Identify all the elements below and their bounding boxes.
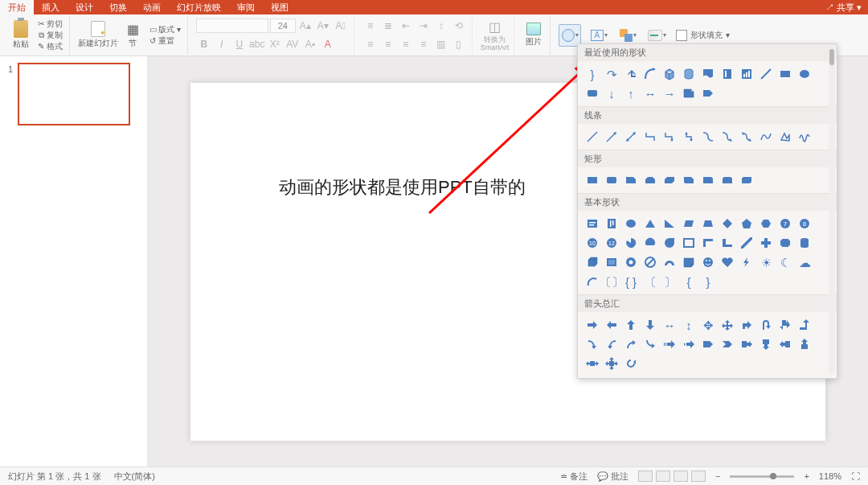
columns-button[interactable]: ▥ xyxy=(433,36,449,52)
shape-uturn-arrow[interactable]: ↷ xyxy=(602,64,621,84)
shape-round-single[interactable] xyxy=(698,171,718,190)
shape-block-up-arrow[interactable] xyxy=(621,315,641,335)
shape-quad-arrow-callout[interactable] xyxy=(602,354,621,373)
shape-left-bracket[interactable]: 〔 xyxy=(641,272,660,291)
superscript-button[interactable]: X² xyxy=(267,36,283,52)
shape-notched-right-arrow[interactable] xyxy=(679,335,698,354)
share-button[interactable]: ↗ 共享 ▾ xyxy=(825,2,862,14)
shape-up-arrow-callout[interactable] xyxy=(795,335,814,354)
shape-double-bracket[interactable]: 〔〕 xyxy=(602,272,621,291)
shape-diamond[interactable] xyxy=(718,214,737,233)
shape-double-brace[interactable]: { } xyxy=(621,272,641,291)
shape-curved-down-arrow[interactable] xyxy=(641,335,660,354)
reset-button[interactable]: ↺重置 xyxy=(147,35,182,47)
shape-block-right-arrow[interactable] xyxy=(583,315,602,335)
tab-home[interactable]: 开始 xyxy=(0,0,34,14)
char-spacing-button[interactable]: AV xyxy=(285,36,301,52)
notes-button[interactable]: ≐ 备注 xyxy=(560,471,588,483)
shape-curved-arrow-connector[interactable] xyxy=(718,127,737,146)
zoom-percent-label[interactable]: 118% xyxy=(819,471,841,481)
shape-right-arrow-callout[interactable] xyxy=(737,335,756,354)
shape-can[interactable] xyxy=(795,233,814,253)
shape-right-bracket[interactable]: 〕 xyxy=(660,272,679,291)
shape-block-arc[interactable] xyxy=(660,253,679,272)
shape-quad-arrow[interactable]: ✥ xyxy=(698,315,718,335)
zoom-out-button[interactable]: − xyxy=(715,471,720,481)
shape-striped-right-arrow[interactable] xyxy=(660,335,679,354)
shape-plus[interactable] xyxy=(756,233,776,253)
numbering-button[interactable]: ≣ xyxy=(380,18,396,34)
shape-cloud[interactable]: ☁ xyxy=(795,253,814,272)
shape-right-triangle[interactable] xyxy=(660,214,679,233)
shape-cube-basic[interactable] xyxy=(583,253,602,272)
shape-snip-same-side[interactable] xyxy=(641,171,660,190)
shape-chevron[interactable] xyxy=(718,335,737,354)
shape-smiley[interactable] xyxy=(698,253,718,272)
shape-up-arrow[interactable]: ↑ xyxy=(621,84,641,103)
new-slide-button[interactable]: 新建幻灯片 xyxy=(78,21,118,49)
shape-teardrop[interactable] xyxy=(660,233,679,253)
shape-frame[interactable] xyxy=(679,233,698,253)
shape-scribble[interactable] xyxy=(795,127,814,146)
tab-insert[interactable]: 插入 xyxy=(34,0,68,14)
shapes-scrollbar[interactable] xyxy=(829,47,835,375)
copy-button[interactable]: ⧉复制 xyxy=(35,30,64,41)
shape-round-rect[interactable] xyxy=(602,171,621,190)
decrease-font-button[interactable]: A▾ xyxy=(315,18,331,34)
reading-view-button[interactable] xyxy=(674,471,688,482)
shape-sun[interactable]: ☀ xyxy=(756,253,776,272)
shape-pentagon[interactable] xyxy=(737,214,756,233)
shape-snip-diagonal[interactable] xyxy=(660,171,679,190)
shape-line-arrow[interactable] xyxy=(602,127,621,146)
font-size-select[interactable]: 24 xyxy=(270,18,296,33)
normal-view-button[interactable] xyxy=(638,471,653,482)
shape-curve[interactable] xyxy=(756,127,776,146)
shape-left-arrow-callout[interactable] xyxy=(776,335,795,354)
shape-elbow-connector[interactable] xyxy=(641,127,660,146)
shape-folded-corner-basic[interactable] xyxy=(679,253,698,272)
tab-design[interactable]: 设计 xyxy=(68,0,101,14)
increase-indent-button[interactable]: ⇥ xyxy=(416,18,432,34)
shape-round-diagonal[interactable] xyxy=(737,171,756,190)
shape-oval[interactable] xyxy=(795,64,814,84)
shape-dodecagon[interactable]: 12 xyxy=(602,233,621,253)
shape-octagon[interactable]: 8 xyxy=(795,214,814,233)
tab-animations[interactable]: 动画 xyxy=(135,0,169,14)
shape-left-brace[interactable]: { xyxy=(679,272,698,291)
shape-hexagon[interactable] xyxy=(756,214,776,233)
shape-block-down-arrow[interactable] xyxy=(641,315,660,335)
shape-oval-basic[interactable] xyxy=(621,214,641,233)
tab-slideshow[interactable]: 幻灯片放映 xyxy=(169,0,229,14)
shape-right-arrow[interactable]: → xyxy=(660,84,679,103)
shape-circular-arrow[interactable] xyxy=(621,354,641,373)
shape-rect[interactable] xyxy=(583,171,602,190)
tab-view[interactable]: 视图 xyxy=(263,0,297,14)
shape-triangle[interactable] xyxy=(641,214,660,233)
zoom-slider[interactable] xyxy=(730,475,794,478)
shape-text-box-vertical[interactable] xyxy=(718,64,737,84)
convert-smartart-button[interactable]: ◫ 转换为 SmartArt xyxy=(481,19,510,51)
align-center-button[interactable]: ≡ xyxy=(380,36,396,52)
italic-button[interactable]: I xyxy=(214,36,230,52)
shape-curved-connector[interactable] xyxy=(641,64,660,84)
shape-bent-up-arrow[interactable] xyxy=(795,315,814,335)
shape-left-right-up[interactable] xyxy=(718,315,737,335)
bold-button[interactable]: B xyxy=(196,36,212,52)
shape-round-same-side[interactable] xyxy=(718,171,737,190)
align-right-button[interactable]: ≡ xyxy=(398,36,414,52)
shape-bevel[interactable] xyxy=(602,253,621,272)
shape-down-arrow-callout[interactable] xyxy=(756,335,776,354)
shape-rectangle[interactable] xyxy=(776,64,795,84)
shape-decagon[interactable]: 10 xyxy=(583,233,602,253)
decrease-indent-button[interactable]: ⇤ xyxy=(398,18,414,34)
cut-button[interactable]: ✂剪切 xyxy=(35,18,64,30)
shape-diagonal-stripe[interactable] xyxy=(737,233,756,253)
justify-button[interactable]: ≡ xyxy=(416,36,432,52)
shape-curved-left-arrow[interactable] xyxy=(602,335,621,354)
shape-elbow-arrow[interactable] xyxy=(660,127,679,146)
shape-fill-button[interactable]: 形状填充 ▾ xyxy=(674,30,731,41)
shape-text-box-v[interactable] xyxy=(602,214,621,233)
increase-font-button[interactable]: A▴ xyxy=(297,18,313,34)
paste-button[interactable]: 粘贴 xyxy=(10,20,32,50)
text-direction-button[interactable]: ⟲ xyxy=(451,18,467,34)
